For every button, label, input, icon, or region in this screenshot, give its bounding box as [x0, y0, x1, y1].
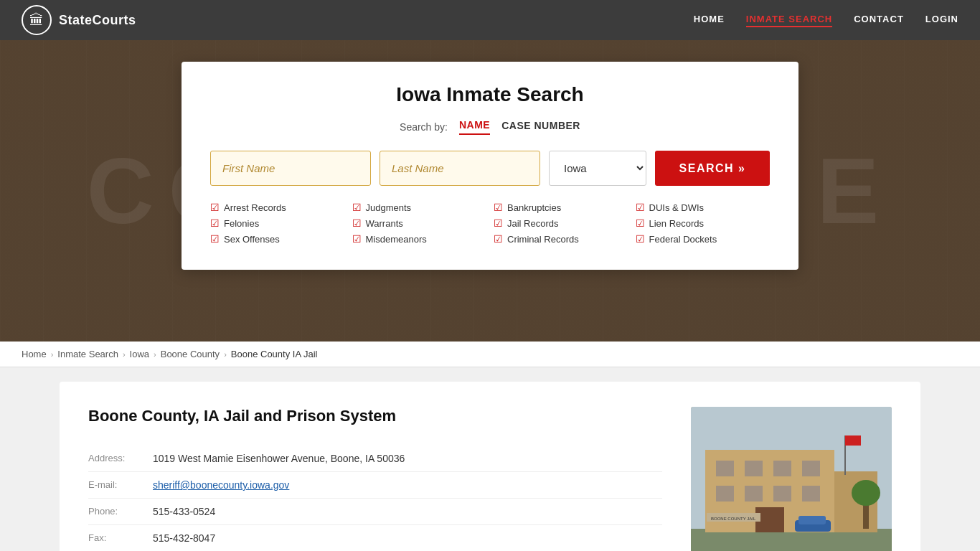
checkbox-label: Misdemeanors: [366, 234, 427, 245]
facility-field-label: Address:: [88, 446, 153, 472]
check-icon: ☑: [494, 217, 503, 229]
checkbox-item: ☑Arrest Records: [210, 202, 345, 213]
search-by-label: Search by:: [400, 121, 448, 133]
svg-rect-6: [802, 461, 820, 476]
facility-field-link[interactable]: sheriff@boonecounty.iowa.gov: [153, 479, 289, 491]
checkbox-label: Sex Offenses: [224, 234, 280, 245]
checkbox-label: Federal Dockets: [649, 234, 717, 245]
check-icon: ☑: [210, 233, 220, 245]
search-inputs-row: Iowa Alabama Alaska Arizona Arkansas Cal…: [210, 151, 770, 186]
state-select[interactable]: Iowa Alabama Alaska Arizona Arkansas Cal…: [549, 151, 646, 186]
facility-info-row: E-mail:sheriff@boonecounty.iowa.gov: [88, 472, 662, 499]
search-card: Iowa Inmate Search Search by: NAME CASE …: [182, 62, 798, 270]
checkbox-item: ☑Federal Dockets: [636, 233, 771, 245]
checkbox-label: Lien Records: [649, 218, 705, 229]
tab-case-number[interactable]: CASE NUMBER: [501, 120, 580, 134]
breadcrumb: Home›Inmate Search›Iowa›Boone County›Boo…: [0, 342, 980, 367]
checkbox-item: ☑Criminal Records: [494, 233, 628, 245]
checkbox-label: Warrants: [366, 218, 403, 229]
checkbox-item: ☑Jail Records: [494, 217, 628, 229]
facility-info-table: Address:1019 West Mamie Eisenhower Avenu…: [88, 446, 662, 551]
breadcrumb-separator: ›: [51, 350, 54, 359]
facility-field-value: 515-433-0524: [153, 499, 662, 525]
breadcrumb-separator: ›: [224, 350, 227, 359]
checkbox-label: Criminal Records: [507, 234, 579, 245]
breadcrumb-item[interactable]: Home: [22, 349, 47, 359]
svg-rect-18: [798, 516, 826, 524]
logo-area[interactable]: 🏛 StateCourts: [22, 5, 136, 35]
check-icon: ☑: [636, 217, 645, 229]
nav-login[interactable]: LOGIN: [925, 14, 958, 27]
content-right: BOONE COUNTY JAIL: [691, 407, 892, 551]
breadcrumb-separator: ›: [154, 350, 156, 359]
nav-inmate-search[interactable]: INMATE SEARCH: [746, 14, 832, 27]
nav-home[interactable]: HOME: [694, 14, 725, 27]
tab-name[interactable]: NAME: [459, 119, 490, 135]
checkbox-label: Arrest Records: [224, 202, 286, 213]
facility-field-value: 1019 West Mamie Eisenhower Avenue, Boone…: [153, 446, 662, 472]
facility-title: Boone County, IA Jail and Prison System: [88, 407, 662, 425]
checkbox-label: Jail Records: [507, 218, 559, 229]
checkbox-item: ☑Lien Records: [636, 217, 771, 229]
check-icon: ☑: [636, 233, 645, 245]
facility-info-row: Fax:515-432-8047: [88, 525, 662, 552]
breadcrumb-item[interactable]: Iowa: [130, 349, 149, 359]
svg-rect-9: [773, 486, 791, 501]
svg-rect-14: [845, 435, 861, 446]
search-button[interactable]: SEARCH »: [655, 151, 770, 186]
check-icon: ☑: [210, 217, 220, 229]
facility-field-value: sheriff@boonecounty.iowa.gov: [153, 472, 662, 499]
breadcrumb-item[interactable]: Inmate Search: [57, 349, 118, 359]
checkbox-item: ☑Warrants: [352, 217, 487, 229]
check-icon: ☑: [494, 202, 503, 213]
last-name-input[interactable]: [380, 151, 540, 186]
content-card: Boone County, IA Jail and Prison System …: [60, 382, 920, 551]
facility-field-label: Phone:: [88, 499, 153, 525]
checkbox-label: Bankruptcies: [507, 202, 561, 213]
facility-field-label: Fax:: [88, 525, 153, 552]
svg-rect-10: [802, 486, 820, 501]
check-icon: ☑: [494, 233, 503, 245]
hero-section: COURTHOUSE Iowa Inmate Search Search by:…: [0, 40, 980, 342]
checkbox-item: ☑DUIs & DWIs: [636, 202, 771, 213]
first-name-input[interactable]: [210, 151, 371, 186]
breadcrumb-separator: ›: [123, 350, 126, 359]
checkbox-item: ☑Felonies: [210, 217, 345, 229]
checkbox-label: Judgments: [366, 202, 412, 213]
svg-rect-7: [716, 486, 734, 501]
facility-info-row: Address:1019 West Mamie Eisenhower Avenu…: [88, 446, 662, 472]
checkbox-label: DUIs & DWIs: [649, 202, 705, 213]
check-icon: ☑: [352, 217, 362, 229]
checkbox-label: Felonies: [224, 218, 259, 229]
checkbox-item: ☑Judgments: [352, 202, 487, 213]
facility-field-label: E-mail:: [88, 472, 153, 499]
breadcrumb-item[interactable]: Boone County: [161, 349, 220, 359]
main-nav: HOME INMATE SEARCH CONTACT LOGIN: [694, 14, 958, 27]
check-icon: ☑: [636, 202, 645, 213]
checkboxes-grid: ☑Arrest Records☑Judgments☑Bankruptcies☑D…: [210, 202, 770, 245]
building-image: BOONE COUNTY JAIL: [691, 407, 892, 551]
checkbox-item: ☑Bankruptcies: [494, 202, 628, 213]
checkbox-item: ☑Sex Offenses: [210, 233, 345, 245]
check-icon: ☑: [210, 202, 220, 213]
svg-rect-4: [745, 461, 763, 476]
header: 🏛 StateCourts HOME INMATE SEARCH CONTACT…: [0, 0, 980, 40]
search-card-title: Iowa Inmate Search: [210, 83, 770, 106]
check-icon: ☑: [352, 233, 362, 245]
content-left: Boone County, IA Jail and Prison System …: [88, 407, 662, 551]
main-content: Boone County, IA Jail and Prison System …: [0, 367, 980, 551]
breadcrumb-item: Boone County IA Jail: [231, 349, 318, 359]
logo-text: StateCourts: [59, 13, 136, 28]
svg-text:BOONE COUNTY JAIL: BOONE COUNTY JAIL: [711, 517, 756, 521]
search-by-row: Search by: NAME CASE NUMBER: [210, 119, 770, 135]
svg-point-16: [852, 480, 880, 506]
svg-rect-3: [716, 461, 734, 476]
checkbox-item: ☑Misdemeanors: [352, 233, 487, 245]
logo-icon: 🏛: [22, 5, 52, 35]
nav-contact[interactable]: CONTACT: [854, 14, 904, 27]
facility-field-value: 515-432-8047: [153, 525, 662, 552]
svg-rect-8: [745, 486, 763, 501]
check-icon: ☑: [352, 202, 362, 213]
facility-info-row: Phone:515-433-0524: [88, 499, 662, 525]
svg-rect-5: [773, 461, 791, 476]
